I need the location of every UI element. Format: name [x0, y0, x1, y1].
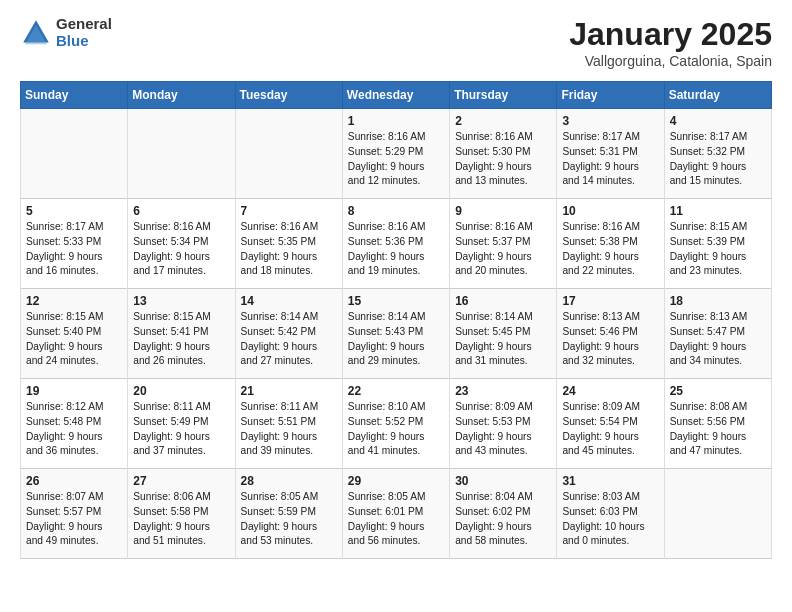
cell-info: Sunrise: 8:17 AM Sunset: 5:33 PM Dayligh… — [26, 221, 104, 276]
cell-info: Sunrise: 8:09 AM Sunset: 5:54 PM Dayligh… — [562, 401, 640, 456]
weekday-header-tuesday: Tuesday — [235, 82, 342, 109]
day-number: 8 — [348, 204, 444, 218]
calendar-cell: 9Sunrise: 8:16 AM Sunset: 5:37 PM Daylig… — [450, 199, 557, 289]
cell-info: Sunrise: 8:06 AM Sunset: 5:58 PM Dayligh… — [133, 491, 211, 546]
logo-general-text: General — [56, 16, 112, 33]
calendar-cell: 12Sunrise: 8:15 AM Sunset: 5:40 PM Dayli… — [21, 289, 128, 379]
day-number: 31 — [562, 474, 658, 488]
calendar-cell: 30Sunrise: 8:04 AM Sunset: 6:02 PM Dayli… — [450, 469, 557, 559]
cell-info: Sunrise: 8:14 AM Sunset: 5:43 PM Dayligh… — [348, 311, 426, 366]
day-number: 18 — [670, 294, 766, 308]
calendar-cell — [235, 109, 342, 199]
day-number: 6 — [133, 204, 229, 218]
day-number: 15 — [348, 294, 444, 308]
day-number: 22 — [348, 384, 444, 398]
cell-info: Sunrise: 8:17 AM Sunset: 5:32 PM Dayligh… — [670, 131, 748, 186]
cell-info: Sunrise: 8:15 AM Sunset: 5:41 PM Dayligh… — [133, 311, 211, 366]
weekday-header-monday: Monday — [128, 82, 235, 109]
calendar-cell: 15Sunrise: 8:14 AM Sunset: 5:43 PM Dayli… — [342, 289, 449, 379]
day-number: 21 — [241, 384, 337, 398]
weekday-header-sunday: Sunday — [21, 82, 128, 109]
day-number: 10 — [562, 204, 658, 218]
calendar-header: SundayMondayTuesdayWednesdayThursdayFrid… — [21, 82, 772, 109]
calendar-cell — [664, 469, 771, 559]
cell-info: Sunrise: 8:15 AM Sunset: 5:39 PM Dayligh… — [670, 221, 748, 276]
title-block: January 2025 Vallgorguina, Catalonia, Sp… — [569, 16, 772, 69]
cell-info: Sunrise: 8:15 AM Sunset: 5:40 PM Dayligh… — [26, 311, 104, 366]
calendar-cell: 17Sunrise: 8:13 AM Sunset: 5:46 PM Dayli… — [557, 289, 664, 379]
calendar-cell: 28Sunrise: 8:05 AM Sunset: 5:59 PM Dayli… — [235, 469, 342, 559]
day-number: 7 — [241, 204, 337, 218]
calendar-cell: 2Sunrise: 8:16 AM Sunset: 5:30 PM Daylig… — [450, 109, 557, 199]
cell-info: Sunrise: 8:09 AM Sunset: 5:53 PM Dayligh… — [455, 401, 533, 456]
calendar-cell — [21, 109, 128, 199]
day-number: 16 — [455, 294, 551, 308]
cell-info: Sunrise: 8:08 AM Sunset: 5:56 PM Dayligh… — [670, 401, 748, 456]
cell-info: Sunrise: 8:16 AM Sunset: 5:38 PM Dayligh… — [562, 221, 640, 276]
calendar-cell: 16Sunrise: 8:14 AM Sunset: 5:45 PM Dayli… — [450, 289, 557, 379]
cell-info: Sunrise: 8:16 AM Sunset: 5:29 PM Dayligh… — [348, 131, 426, 186]
cell-info: Sunrise: 8:05 AM Sunset: 6:01 PM Dayligh… — [348, 491, 426, 546]
cell-info: Sunrise: 8:10 AM Sunset: 5:52 PM Dayligh… — [348, 401, 426, 456]
cell-info: Sunrise: 8:12 AM Sunset: 5:48 PM Dayligh… — [26, 401, 104, 456]
day-number: 13 — [133, 294, 229, 308]
weekday-header-row: SundayMondayTuesdayWednesdayThursdayFrid… — [21, 82, 772, 109]
calendar-cell: 8Sunrise: 8:16 AM Sunset: 5:36 PM Daylig… — [342, 199, 449, 289]
day-number: 1 — [348, 114, 444, 128]
header: General Blue January 2025 Vallgorguina, … — [20, 16, 772, 69]
logo: General Blue — [20, 16, 112, 49]
calendar-cell: 26Sunrise: 8:07 AM Sunset: 5:57 PM Dayli… — [21, 469, 128, 559]
calendar-week-row: 5Sunrise: 8:17 AM Sunset: 5:33 PM Daylig… — [21, 199, 772, 289]
day-number: 30 — [455, 474, 551, 488]
cell-info: Sunrise: 8:11 AM Sunset: 5:51 PM Dayligh… — [241, 401, 319, 456]
logo-text: General Blue — [56, 16, 112, 49]
day-number: 29 — [348, 474, 444, 488]
calendar-cell: 5Sunrise: 8:17 AM Sunset: 5:33 PM Daylig… — [21, 199, 128, 289]
day-number: 25 — [670, 384, 766, 398]
weekday-header-saturday: Saturday — [664, 82, 771, 109]
calendar-body: 1Sunrise: 8:16 AM Sunset: 5:29 PM Daylig… — [21, 109, 772, 559]
calendar-cell: 13Sunrise: 8:15 AM Sunset: 5:41 PM Dayli… — [128, 289, 235, 379]
calendar-cell: 19Sunrise: 8:12 AM Sunset: 5:48 PM Dayli… — [21, 379, 128, 469]
calendar-cell: 18Sunrise: 8:13 AM Sunset: 5:47 PM Dayli… — [664, 289, 771, 379]
day-number: 20 — [133, 384, 229, 398]
day-number: 28 — [241, 474, 337, 488]
page: General Blue January 2025 Vallgorguina, … — [0, 0, 792, 579]
calendar-cell: 27Sunrise: 8:06 AM Sunset: 5:58 PM Dayli… — [128, 469, 235, 559]
day-number: 11 — [670, 204, 766, 218]
calendar-cell: 25Sunrise: 8:08 AM Sunset: 5:56 PM Dayli… — [664, 379, 771, 469]
cell-info: Sunrise: 8:16 AM Sunset: 5:35 PM Dayligh… — [241, 221, 319, 276]
calendar-cell: 31Sunrise: 8:03 AM Sunset: 6:03 PM Dayli… — [557, 469, 664, 559]
calendar-cell: 3Sunrise: 8:17 AM Sunset: 5:31 PM Daylig… — [557, 109, 664, 199]
calendar-cell: 20Sunrise: 8:11 AM Sunset: 5:49 PM Dayli… — [128, 379, 235, 469]
cell-info: Sunrise: 8:14 AM Sunset: 5:45 PM Dayligh… — [455, 311, 533, 366]
calendar-week-row: 26Sunrise: 8:07 AM Sunset: 5:57 PM Dayli… — [21, 469, 772, 559]
calendar-table: SundayMondayTuesdayWednesdayThursdayFrid… — [20, 81, 772, 559]
cell-info: Sunrise: 8:16 AM Sunset: 5:37 PM Dayligh… — [455, 221, 533, 276]
cell-info: Sunrise: 8:04 AM Sunset: 6:02 PM Dayligh… — [455, 491, 533, 546]
calendar-cell: 22Sunrise: 8:10 AM Sunset: 5:52 PM Dayli… — [342, 379, 449, 469]
day-number: 14 — [241, 294, 337, 308]
calendar-week-row: 1Sunrise: 8:16 AM Sunset: 5:29 PM Daylig… — [21, 109, 772, 199]
day-number: 24 — [562, 384, 658, 398]
day-number: 19 — [26, 384, 122, 398]
cell-info: Sunrise: 8:11 AM Sunset: 5:49 PM Dayligh… — [133, 401, 211, 456]
day-number: 3 — [562, 114, 658, 128]
location: Vallgorguina, Catalonia, Spain — [569, 53, 772, 69]
weekday-header-thursday: Thursday — [450, 82, 557, 109]
day-number: 4 — [670, 114, 766, 128]
calendar-cell: 1Sunrise: 8:16 AM Sunset: 5:29 PM Daylig… — [342, 109, 449, 199]
cell-info: Sunrise: 8:16 AM Sunset: 5:30 PM Dayligh… — [455, 131, 533, 186]
day-number: 12 — [26, 294, 122, 308]
weekday-header-friday: Friday — [557, 82, 664, 109]
calendar-cell: 21Sunrise: 8:11 AM Sunset: 5:51 PM Dayli… — [235, 379, 342, 469]
cell-info: Sunrise: 8:07 AM Sunset: 5:57 PM Dayligh… — [26, 491, 104, 546]
calendar-cell: 24Sunrise: 8:09 AM Sunset: 5:54 PM Dayli… — [557, 379, 664, 469]
cell-info: Sunrise: 8:05 AM Sunset: 5:59 PM Dayligh… — [241, 491, 319, 546]
logo-icon — [20, 17, 52, 49]
day-number: 17 — [562, 294, 658, 308]
calendar-cell: 29Sunrise: 8:05 AM Sunset: 6:01 PM Dayli… — [342, 469, 449, 559]
weekday-header-wednesday: Wednesday — [342, 82, 449, 109]
calendar-week-row: 12Sunrise: 8:15 AM Sunset: 5:40 PM Dayli… — [21, 289, 772, 379]
cell-info: Sunrise: 8:13 AM Sunset: 5:46 PM Dayligh… — [562, 311, 640, 366]
